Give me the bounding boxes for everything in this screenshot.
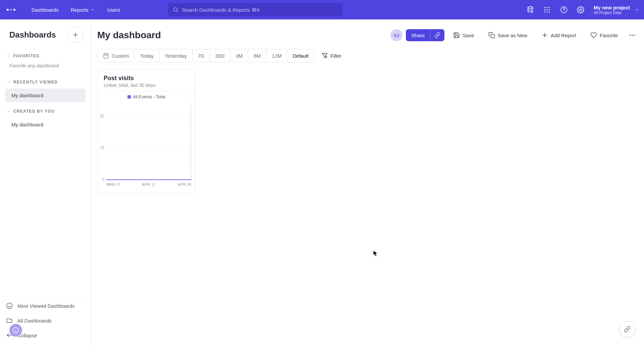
add-report-button[interactable]: Add Report — [536, 29, 582, 42]
svg-point-25 — [632, 35, 633, 36]
owner-avatar[interactable]: SJ — [390, 29, 402, 41]
add-report-label: Add Report — [551, 33, 576, 38]
svg-text:25: 25 — [100, 146, 105, 150]
range-3m[interactable]: 3M — [230, 49, 248, 62]
sidebar-title: Dashboards — [9, 30, 56, 40]
app-menu-icon[interactable] — [5, 7, 17, 13]
card-subtitle: Linear, total, last 30 days — [104, 82, 189, 88]
chevron-down-icon — [7, 80, 11, 84]
save-button[interactable]: Save — [448, 29, 479, 42]
topbar: Dashboards Reports Users My new project … — [0, 0, 644, 19]
all-dashboards-label: All Dashboards — [17, 318, 52, 324]
save-label: Save — [463, 33, 474, 38]
filter-icon — [322, 53, 328, 59]
range-today[interactable]: Today — [135, 49, 159, 62]
svg-point-14 — [580, 9, 582, 11]
range-7d[interactable]: 7D — [192, 49, 210, 62]
range-12m[interactable]: 12M — [266, 49, 287, 62]
copy-icon — [488, 32, 495, 39]
created-section-toggle[interactable]: CREATED BY YOU — [3, 106, 88, 117]
svg-point-8 — [549, 9, 550, 10]
info-bubble[interactable] — [9, 324, 22, 337]
share-button[interactable]: Share — [406, 29, 430, 41]
svg-point-2 — [528, 7, 533, 9]
range-custom[interactable]: Custom — [98, 49, 135, 62]
range-default[interactable]: Default — [287, 49, 314, 62]
heart-icon — [590, 32, 597, 39]
plus-icon — [541, 32, 548, 39]
new-dashboard-button[interactable] — [67, 27, 84, 43]
favorites-label: FAVORITES — [13, 54, 40, 58]
svg-point-9 — [544, 11, 545, 12]
svg-point-7 — [546, 9, 547, 10]
legend-swatch — [127, 95, 131, 99]
settings-icon[interactable] — [574, 3, 588, 17]
svg-line-1 — [177, 11, 178, 12]
sidebar-item-created-mydashboard[interactable]: My dashboard — [5, 118, 86, 131]
favorites-hint: Favorite any dashboard — [3, 62, 88, 74]
folder-icon — [6, 317, 13, 324]
project-selector[interactable]: My new project All Project Data — [594, 5, 630, 15]
info-icon — [12, 327, 19, 334]
svg-rect-27 — [104, 54, 108, 58]
range-30d[interactable]: 30D — [210, 49, 230, 62]
search-icon — [173, 7, 179, 13]
calendar-icon — [103, 53, 109, 59]
nav-users[interactable]: Users — [102, 4, 125, 15]
link-icon — [624, 326, 631, 333]
most-viewed-dashboards[interactable]: Most Viewed Dashboards — [1, 298, 90, 313]
sidebar-item-recent-mydashboard[interactable]: My dashboard — [5, 89, 86, 102]
svg-point-3 — [544, 7, 545, 8]
dashboard-title: My dashboard — [97, 30, 161, 41]
nav-reports-label: Reports — [71, 7, 89, 13]
search-bar[interactable] — [168, 3, 342, 16]
svg-text:APR 11: APR 11 — [142, 182, 156, 186]
favorite-label: Favorite — [600, 33, 618, 38]
svg-point-24 — [630, 35, 631, 36]
range-custom-label: Custom — [112, 53, 129, 59]
share-link-button[interactable] — [430, 29, 444, 41]
svg-point-26 — [634, 35, 635, 36]
svg-point-17 — [7, 303, 12, 309]
date-range-selector: Custom Today Yesterday 7D 30D 3M 6M 12M … — [97, 49, 314, 62]
more-actions-button[interactable] — [627, 30, 638, 41]
help-icon[interactable] — [557, 3, 571, 17]
range-6m[interactable]: 6M — [248, 49, 266, 62]
link-icon — [434, 32, 440, 38]
recent-section-toggle[interactable]: RECENTLY VIEWED — [3, 76, 88, 88]
favorite-button[interactable]: Favorite — [585, 29, 623, 42]
filter-button[interactable]: Filter — [322, 53, 341, 59]
filter-label: Filter — [330, 53, 341, 59]
svg-text:0: 0 — [102, 177, 104, 182]
range-yesterday[interactable]: Yesterday — [159, 49, 192, 62]
chevron-down-icon — [7, 109, 11, 113]
copy-link-fab[interactable] — [619, 321, 635, 337]
most-viewed-label: Most Viewed Dashboards — [17, 303, 75, 309]
nav-reports[interactable]: Reports — [66, 4, 100, 15]
save-icon — [453, 32, 460, 39]
chart-legend: All Events - Total — [98, 91, 195, 100]
data-icon[interactable] — [523, 3, 537, 17]
svg-point-4 — [546, 7, 547, 8]
smile-icon — [6, 302, 13, 309]
apps-grid-icon[interactable] — [540, 3, 554, 17]
chevron-down-icon — [635, 7, 639, 12]
svg-rect-21 — [491, 35, 494, 38]
svg-point-5 — [549, 7, 550, 8]
project-name: My new project — [594, 5, 630, 10]
favorites-section-toggle[interactable]: FAVORITES — [3, 50, 88, 62]
chevron-down-icon — [7, 54, 11, 58]
chart-area: 02550MAR 27APR 11APR 26 — [98, 100, 195, 194]
save-as-new-button[interactable]: Save as New — [483, 29, 533, 42]
ellipsis-icon — [629, 32, 636, 39]
nav-dashboards[interactable]: Dashboards — [27, 4, 63, 15]
svg-text:50: 50 — [100, 114, 105, 118]
svg-point-10 — [546, 11, 547, 12]
project-sub: All Project Data — [594, 10, 630, 15]
svg-point-13 — [564, 11, 564, 11]
search-input[interactable] — [182, 7, 338, 13]
chevron-down-icon — [90, 7, 95, 12]
report-card-post-visits[interactable]: Post visits Linear, total, last 30 days … — [97, 69, 195, 194]
recent-label: RECENTLY VIEWED — [13, 80, 58, 84]
svg-point-11 — [549, 11, 550, 12]
